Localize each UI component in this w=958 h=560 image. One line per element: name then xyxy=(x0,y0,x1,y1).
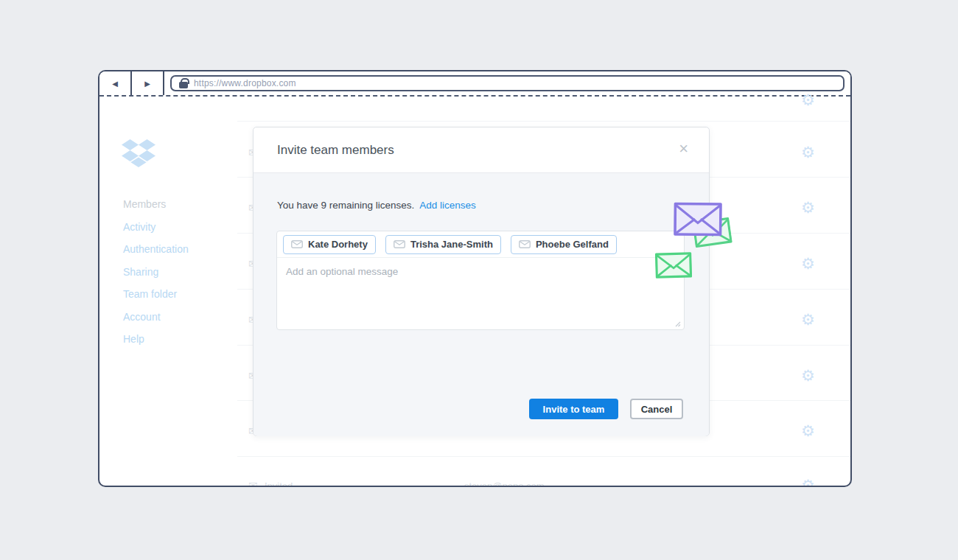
recipient-name: Kate Dorhety xyxy=(308,239,368,250)
recipient-name: Phoebe Gelfand xyxy=(536,239,609,250)
recipients-input[interactable]: Kate Dorhety Trisha Jane-Smith Phoebe Ge… xyxy=(277,231,684,258)
cancel-button[interactable]: Cancel xyxy=(630,399,683,419)
row-gear-icon[interactable]: ⚙ xyxy=(801,144,815,160)
invite-input-group: Kate Dorhety Trisha Jane-Smith Phoebe Ge… xyxy=(276,231,685,330)
url-bar[interactable]: https://www.dropbox.com xyxy=(170,75,845,91)
back-icon: ◀ xyxy=(112,80,118,88)
row-gear-icon[interactable]: ⚙ xyxy=(801,477,815,487)
sidebar-item-activity[interactable]: Activity xyxy=(123,221,189,244)
resize-handle-icon[interactable] xyxy=(674,320,681,327)
recipient-chip[interactable]: Trisha Jane-Smith xyxy=(385,235,501,254)
row-divider xyxy=(237,121,850,122)
purple-envelope-icon xyxy=(674,202,722,237)
forward-button[interactable]: ▶ xyxy=(132,71,164,95)
row-gear-icon[interactable]: ⚙ xyxy=(801,423,815,438)
lock-icon xyxy=(179,82,188,88)
recipient-name: Trisha Jane-Smith xyxy=(410,239,493,250)
dropbox-logo[interactable] xyxy=(122,139,155,172)
row-gear-icon[interactable]: ⚙ xyxy=(801,368,815,383)
sidebar-item-account[interactable]: Account xyxy=(123,311,189,334)
chip-mail-icon xyxy=(519,240,531,248)
chip-mail-icon xyxy=(394,240,405,248)
sidebar-item-help[interactable]: Help xyxy=(123,333,189,356)
sidebar-item-members[interactable]: Members xyxy=(123,198,189,221)
sidebar-item-sharing[interactable]: Sharing xyxy=(123,266,189,289)
recipient-chip[interactable]: Kate Dorhety xyxy=(283,235,376,254)
row-gear-icon[interactable]: ⚙ xyxy=(801,200,815,215)
row-status-label: Invited xyxy=(265,480,293,487)
chip-mail-icon xyxy=(291,240,303,248)
browser-toolbar: ◀ ▶ https://www.dropbox.com xyxy=(99,71,850,97)
invite-to-team-button[interactable]: Invite to team xyxy=(529,399,618,419)
row-gear-icon[interactable]: ⚙ xyxy=(801,312,815,327)
add-licenses-link[interactable]: Add licenses xyxy=(419,200,476,211)
row-mail-icon: ✉ xyxy=(248,480,258,487)
modal-header: Invite team members × xyxy=(254,127,709,173)
row-email: stevep@pepo.com xyxy=(464,480,545,487)
sidebar: Members Activity Authentication Sharing … xyxy=(123,198,189,356)
message-textarea[interactable]: Add an optional message xyxy=(277,258,684,330)
modal-body: You have 9 remaining licenses. Add licen… xyxy=(254,173,709,436)
row-divider xyxy=(237,456,850,457)
row-gear-icon[interactable]: ⚙ xyxy=(801,256,815,271)
row-gear-icon[interactable]: ⚙ xyxy=(801,92,815,108)
license-info: You have 9 remaining licenses. Add licen… xyxy=(277,200,476,211)
sidebar-item-team-folder[interactable]: Team folder xyxy=(123,288,189,311)
green-envelope-icon xyxy=(655,251,693,279)
recipient-chip[interactable]: Phoebe Gelfand xyxy=(511,235,617,254)
message-placeholder: Add an optional message xyxy=(286,266,398,277)
close-icon[interactable]: × xyxy=(679,141,688,157)
back-button[interactable]: ◀ xyxy=(99,71,132,95)
modal-title: Invite team members xyxy=(277,143,394,158)
license-text: You have 9 remaining licenses. xyxy=(277,200,414,211)
url-text: https://www.dropbox.com xyxy=(194,78,296,88)
forward-icon: ▶ xyxy=(144,80,150,88)
sidebar-item-authentication[interactable]: Authentication xyxy=(123,243,189,266)
invite-modal: Invite team members × You have 9 remaini… xyxy=(253,127,710,436)
